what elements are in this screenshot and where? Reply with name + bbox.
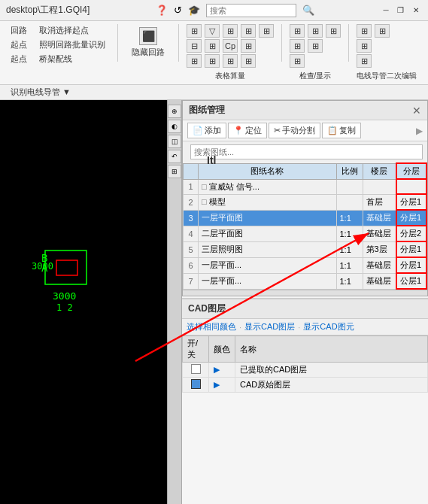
ribbon-sep-1: [117, 24, 118, 62]
copy-button[interactable]: 📋 复制: [322, 123, 361, 138]
floor-cell: 第3层: [363, 241, 396, 257]
drawing-name-cell: 一层平面图: [199, 210, 337, 226]
cad-layer-row[interactable]: ▶ CAD原始图层: [183, 378, 428, 393]
layer-cell: 分层1: [396, 210, 426, 226]
ribbon-btn-c1[interactable]: ⊞: [290, 24, 305, 38]
locate-icon: 📍: [233, 126, 244, 135]
ribbon-btn-start1[interactable]: 起点: [6, 38, 32, 51]
floor-cell: 基础层: [363, 226, 396, 241]
locate-button[interactable]: 📍 定位: [228, 123, 267, 138]
right-panel-area: 图纸管理 ✕ 📄 添加 📍 定位 ✂ 手动分割 📋: [182, 100, 428, 504]
question-icon[interactable]: ❓: [156, 5, 168, 16]
ribbon-btn-t11[interactable]: ⊞: [205, 54, 220, 68]
ribbon-btn-t13[interactable]: ⊞: [241, 54, 256, 68]
ribbon-btn-hide-route[interactable]: ⬛ 隐藏回路: [126, 24, 171, 61]
ribbon-btn-t9[interactable]: ⊞: [241, 39, 256, 53]
drawing-search-input[interactable]: [190, 144, 423, 159]
col-layer: 分层: [396, 163, 426, 179]
table-row[interactable]: 5 三层照明图 1:1 第3层 分层1: [184, 241, 427, 257]
refresh-icon[interactable]: ↺: [174, 5, 182, 16]
expand-icon[interactable]: □: [202, 197, 207, 206]
ribbon-btn-c5[interactable]: ⊞: [308, 39, 323, 53]
hat-icon[interactable]: 🎓: [188, 5, 200, 16]
drawing-name-cell: 一层平面...: [199, 273, 337, 289]
ribbon-btn-w3[interactable]: ⊞: [357, 39, 372, 53]
side-toolbar: ⊕ ◐ ◫ ↶ ⊞: [167, 100, 182, 504]
drawing-name-cell: 二层平面图: [199, 226, 337, 241]
table-row[interactable]: 7 一层平面... 1:1 基础层 公层1: [184, 273, 427, 289]
select-same-color-button[interactable]: 选择相同颜色: [187, 321, 236, 332]
col-toggle: 开/关: [183, 336, 209, 363]
ribbon-btn-t10[interactable]: ⊞: [187, 54, 202, 68]
ribbon-sep-3: [281, 24, 282, 62]
drawing-management-panel: 图纸管理 ✕ 📄 添加 📍 定位 ✂ 手动分割 📋: [182, 100, 428, 296]
drawing-panel-close-button[interactable]: ✕: [412, 105, 421, 117]
ribbon-btn-w2[interactable]: ⊞: [375, 24, 390, 38]
ribbon-btn-t7[interactable]: ⊞: [205, 39, 220, 53]
ribbon-btn-c4[interactable]: ⊞: [290, 39, 305, 53]
ribbon-btn-t6[interactable]: ⊟: [187, 39, 202, 53]
search-icon[interactable]: 🔍: [302, 5, 314, 16]
table-row[interactable]: 3 一层平面图 1:1 基础层 分层1: [184, 210, 427, 226]
minimize-button[interactable]: ─: [380, 5, 392, 17]
side-btn-layer[interactable]: ◫: [168, 135, 181, 148]
ratio-cell: 1:1: [336, 257, 363, 273]
cad-layer-header: CAD图层: [182, 299, 428, 319]
ribbon-btn-t4[interactable]: ⊞: [241, 24, 256, 38]
show-cad-element-button[interactable]: 显示CAD图元: [303, 321, 354, 332]
layer-expand-icon[interactable]: ▶: [214, 380, 220, 389]
layer-toggle-checkbox[interactable]: [191, 379, 201, 389]
col-color: 颜色: [209, 336, 235, 363]
ribbon-btn-t1[interactable]: ⊞: [187, 24, 202, 38]
scissors-icon: ✂: [274, 126, 281, 135]
side-btn-zoom[interactable]: ⊕: [168, 105, 181, 118]
ribbon-btn-c3[interactable]: ⊞: [326, 24, 341, 38]
close-button[interactable]: ✕: [410, 5, 422, 17]
ribbon-btn-lighting[interactable]: 照明回路批量识别: [35, 38, 110, 51]
side-btn-undo[interactable]: ↶: [168, 150, 181, 163]
layer-name-cell: CAD原始图层: [235, 378, 428, 393]
row-num: 6: [184, 257, 199, 273]
drawing-table-container: 图纸名称 比例 楼层 分层 1 □ 宣威站 信号... 2 □ 模型: [183, 162, 427, 290]
col-name: 名称: [235, 336, 428, 363]
ribbon-btn-start2[interactable]: 起点: [6, 53, 32, 65]
color-cell: ▶: [209, 363, 235, 378]
table-row[interactable]: 1 □ 宣威站 信号...: [184, 179, 427, 194]
table-row[interactable]: 4 二层平面图 1:1 基础层 分层2: [184, 226, 427, 241]
ribbon-btn-t2[interactable]: ▽: [205, 24, 220, 38]
horizontal-scrollbar[interactable]: [183, 290, 427, 296]
side-btn-settings[interactable]: ⊞: [168, 165, 181, 178]
ribbon-btn-route[interactable]: 回路: [6, 24, 32, 37]
restore-button[interactable]: ❐: [395, 5, 407, 17]
expand-icon[interactable]: □: [202, 182, 207, 191]
add-drawing-button[interactable]: 📄 添加: [187, 123, 226, 138]
ribbon-btn-t3[interactable]: ⊞: [223, 24, 238, 38]
ribbon-btn-deselect[interactable]: 取消选择起点: [35, 24, 93, 37]
col-ratio: 比例: [336, 163, 363, 179]
window-title: desktop\工程1.GQI4]: [6, 4, 90, 17]
table-row[interactable]: 6 一层平面... 1:1 基础层 分层1: [184, 257, 427, 273]
search-input[interactable]: [206, 4, 296, 17]
more-button[interactable]: ▶: [416, 126, 423, 136]
ribbon-btn-t12[interactable]: ⊞: [223, 54, 238, 68]
layer-toggle-checkbox[interactable]: [191, 364, 201, 374]
cad-layer-row[interactable]: ▶ 已提取的CAD图层: [183, 363, 428, 378]
manual-split-button[interactable]: ✂ 手动分割: [269, 123, 320, 138]
ribbon-btn-t8[interactable]: Cp: [223, 39, 238, 53]
layer-expand-icon[interactable]: ▶: [214, 365, 220, 374]
table-row[interactable]: 2 □ 模型 首层 分层1: [184, 194, 427, 210]
ribbon-btn-bridge[interactable]: 桥架配线: [35, 53, 77, 65]
drawing-name-cell: □ 模型: [199, 194, 337, 210]
layer-cell: 分层1: [396, 194, 426, 210]
ribbon-btn-identify-wire[interactable]: 识别电线导管 ▼: [6, 86, 75, 99]
show-cad-layer-button[interactable]: 显示CAD图层: [244, 321, 295, 332]
ribbon-btn-t5[interactable]: ⊞: [259, 24, 274, 38]
drawing-name-cell: □ 宣威站 信号...: [199, 179, 337, 194]
ribbon-btn-c2[interactable]: ⊞: [308, 24, 323, 38]
side-btn-pan[interactable]: ◐: [168, 120, 181, 133]
layer-cell: 公层1: [396, 273, 426, 289]
ribbon-btn-w1[interactable]: ⊞: [357, 24, 372, 38]
ribbon-btn-w4[interactable]: ⊞: [357, 54, 372, 68]
floor-cell: 基础层: [363, 257, 396, 273]
ribbon-btn-c6[interactable]: ⊞: [290, 54, 305, 68]
